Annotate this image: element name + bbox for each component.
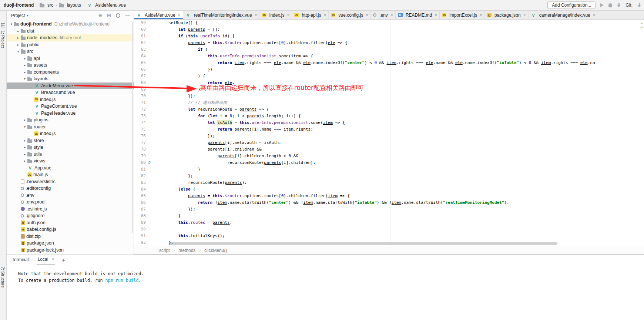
code-line[interactable]: 89 this.routes = parents; [134,219,644,226]
chevron-down-icon[interactable]: ▾ [22,125,27,129]
tree-item-package-json[interactable]: {}package.json [7,240,134,247]
close-icon[interactable]: × [480,13,482,18]
code-line[interactable]: 75 return parents[i].name === item.right… [134,126,644,133]
update-project-icon[interactable] [617,5,621,7]
tree-item-views[interactable]: ▸views [7,158,134,165]
code-line[interactable]: 82 }; [134,173,644,179]
tree-item-layouts[interactable]: ▾layouts [7,75,134,82]
tree-item-auth-json[interactable]: {}auth.json [7,219,134,226]
code-line[interactable]: 61 if (this.userInfo.id) { [134,33,644,40]
code-line[interactable]: 83 recursionRoute(parents); [134,179,644,186]
editor-tab-http-api-js[interactable]: JShttp-api.js× [292,11,329,19]
code-line[interactable]: 66 }) [134,66,644,73]
code-line[interactable]: 88 } [134,213,644,219]
tree-item-browserslistrc[interactable]: .browserslistrc [7,178,134,185]
chevron-down-icon[interactable]: ▾ [9,22,14,26]
tree-item-eslintrc-js[interactable]: .eslintrc.js [7,206,134,213]
stripe-structure-button[interactable]: 7: Structure [1,267,5,288]
tree-item-editorconfig[interactable]: .editorconfig [7,185,134,192]
editor-tab-env[interactable]: .env× [371,11,396,19]
code-line[interactable]: 60 let parents = []; [134,26,644,33]
code-line[interactable]: 65 return item.rights === ele.name && el… [134,60,644,66]
code-line[interactable]: 77 parents[i].meta.auth = isAuth; [134,139,644,146]
tree-item-index-js[interactable]: JSindex.js [7,96,134,103]
editor-tab-realtimemonitoring-index-vue[interactable]: VrealTimeMonitoring\index.vue× [183,11,260,19]
tree-item-gitignore[interactable]: .gitignore [7,212,134,219]
project-view-selector[interactable]: Project [11,13,25,18]
tree-item-style[interactable]: ▸style [7,144,134,151]
editor-tab-index-js[interactable]: JSindex.js× [260,11,292,19]
editor-tab-asidemenu-vue[interactable]: VAsideMenu.vue× [134,11,183,19]
editor-tab-importexcel-js[interactable]: JSimportExcel.js× [440,11,485,19]
chevron-right-icon[interactable]: ▸ [22,118,27,122]
tree-item-pageheader-vue[interactable]: VPageHeader.vue [7,110,134,117]
tree-item-api[interactable]: ▸api [7,55,134,62]
vcs-update-icon[interactable] [637,5,641,7]
code-line[interactable]: 90 [134,226,644,233]
code-line[interactable]: 63 if ( [134,46,644,53]
tree-item-env[interactable]: .env [7,192,134,199]
close-icon[interactable]: × [287,13,289,18]
code-line[interactable]: 80↺ recursionRoute(parents[i].children); [134,159,644,166]
stripe-project-button[interactable]: 1: Project [1,31,5,48]
add-configuration-button[interactable]: Add Configuration... [547,1,596,9]
chevron-right-icon[interactable]: ▸ [16,36,21,40]
close-icon[interactable]: × [523,13,526,18]
tree-item-breadcrumb-vue[interactable]: VBreadcrumb.vue [7,89,134,96]
editor-tab-vue-config-js[interactable]: JSvue.config.js× [329,11,371,19]
code-line[interactable]: 87 }); [134,206,644,213]
tree-item-plugins[interactable]: ▸plugins [7,117,134,124]
chevron-down-icon[interactable]: ▾ [22,77,27,81]
editor-tab-readme-md[interactable]: MREADME.md× [396,11,440,19]
tree-item-dist-zip[interactable]: dist.zip [7,233,134,240]
tree-item-babel-config-js[interactable]: JSbabel.config.js [7,226,134,233]
code-line[interactable]: 85 parents = this.$router.options.routes… [134,193,644,199]
code-line[interactable]: 71 // // 递归权限路由 [134,100,644,106]
code-line[interactable]: 91 this.initialKeys(); [134,233,644,239]
terminal-tab-local[interactable]: Local × [37,255,56,265]
chevron-down-icon[interactable]: ▾ [27,13,28,17]
chevron-right-icon[interactable]: ▸ [22,70,27,74]
chevron-right-icon[interactable]: ▸ [22,159,27,163]
tree-item-package-lock-json[interactable]: {}package-lock.json [7,247,134,254]
breadcrumb-item-duoji-frontend[interactable]: duoji-frontend [4,3,34,8]
code-editor[interactable]: 59setRoute() {60 let parents = [];61 if … [134,20,644,246]
code-line[interactable]: 59setRoute() { [134,20,644,26]
close-icon[interactable]: × [255,13,257,18]
chevron-right-icon[interactable]: ▸ [22,63,27,67]
tree-item-store[interactable]: ▸store [7,137,134,144]
close-icon[interactable]: × [323,13,326,18]
locate-file-icon[interactable]: ⊕ [98,13,102,18]
close-icon[interactable]: × [390,13,393,18]
breadcrumb-item-src[interactable]: src [40,3,53,8]
breadcrumb-item-layouts[interactable]: layouts [59,3,81,8]
code-line[interactable]: 62 parents = this.$router.options.routes… [134,40,644,46]
git-branch-label[interactable]: Git: [625,3,633,8]
code-line[interactable]: 64 this.userInfo.permissionList.some(ite… [134,53,644,60]
chevron-right-icon[interactable]: ▸ [22,57,27,60]
tree-item-asidemenu-vue[interactable]: VAsideMenu.vue [7,82,134,90]
code-line[interactable]: 78 parents[i].children && [134,146,644,153]
chevron-right-icon[interactable]: ▸ [22,145,27,149]
code-line[interactable]: 81 } [134,166,644,173]
tree-item-dist[interactable]: ▸dist [7,28,134,35]
chevron-right-icon[interactable]: ▸ [22,139,27,142]
chevron-down-icon[interactable]: ▾ [16,50,21,53]
code-line[interactable]: 84 }else { [134,186,644,193]
run-icon[interactable] [600,3,604,7]
tree-item-pagecontent-vue[interactable]: VPageContent.vue [7,103,134,110]
close-icon[interactable]: × [51,257,54,262]
new-terminal-button[interactable]: + [62,257,65,263]
hide-panel-icon[interactable]: — [125,13,130,18]
tree-item-node-modules[interactable]: ▸node_moduleslibrary root [7,34,134,41]
tree-item-public[interactable]: ▸public [7,41,134,48]
gear-icon[interactable] [116,13,120,18]
collapse-all-icon[interactable]: ⊟ [107,13,111,18]
code-line[interactable]: 67 ) { [134,73,644,80]
chevron-right-icon[interactable]: ▸ [16,29,21,33]
close-icon[interactable]: × [178,13,181,18]
code-line[interactable]: 76 }); [134,133,644,139]
project-scrollbar[interactable] [132,22,133,233]
chevron-right-icon[interactable]: ▸ [22,152,27,156]
tree-item-components[interactable]: ▸components [7,69,134,76]
